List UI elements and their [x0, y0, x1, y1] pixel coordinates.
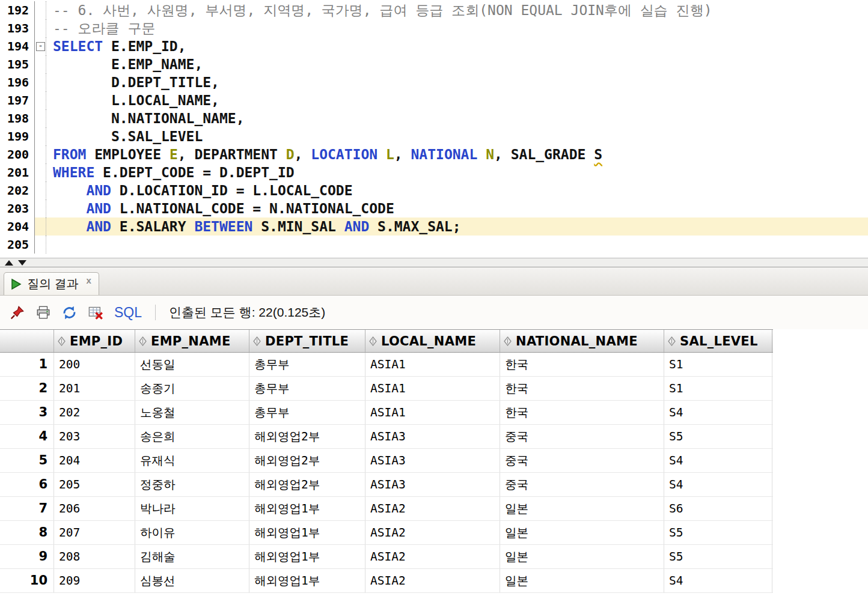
data-cell[interactable]: 일본 [500, 545, 664, 568]
data-cell[interactable]: 207 [54, 521, 135, 544]
data-cell[interactable]: 심봉선 [135, 569, 249, 592]
data-cell[interactable]: 205 [54, 473, 135, 496]
data-cell[interactable]: 하이유 [135, 521, 249, 544]
data-cell[interactable]: 총무부 [249, 353, 365, 376]
table-row[interactable]: 6205정중하해외영업2부ASIA3중국S4 [0, 473, 773, 497]
data-cell[interactable]: 총무부 [249, 377, 365, 400]
table-row[interactable]: 2201송종기총무부ASIA1한국S1 [0, 377, 773, 401]
row-number-cell[interactable]: 9 [0, 545, 54, 568]
column-header-dept_title[interactable]: DEPT_TITLE [249, 330, 365, 352]
data-cell[interactable]: S1 [664, 377, 772, 400]
row-number-cell[interactable]: 8 [0, 521, 54, 544]
data-cell[interactable]: 총무부 [249, 401, 365, 424]
data-cell[interactable]: 해외영업1부 [249, 497, 365, 520]
column-header-sal_level[interactable]: SAL_LEVEL [664, 330, 772, 352]
editor-line[interactable]: 200FROM EMPLOYEE E, DEPARTMENT D, LOCATI… [0, 145, 868, 163]
editor-line[interactable]: 199 S.SAL_LEVEL [0, 127, 868, 145]
splitter-up-icon[interactable] [5, 260, 13, 266]
data-cell[interactable]: ASIA2 [365, 521, 500, 544]
data-cell[interactable]: ASIA2 [365, 497, 500, 520]
editor-line[interactable]: 193-- 오라클 구문 [0, 19, 868, 37]
pane-splitter[interactable] [0, 258, 868, 267]
data-cell[interactable]: S4 [664, 449, 772, 472]
data-cell[interactable]: 206 [54, 497, 135, 520]
data-cell[interactable]: S5 [664, 425, 772, 448]
row-number-cell[interactable]: 4 [0, 425, 54, 448]
editor-line[interactable]: 205 [0, 236, 868, 254]
data-cell[interactable]: 한국 [500, 401, 664, 424]
data-cell[interactable]: 208 [54, 545, 135, 568]
data-cell[interactable]: ASIA2 [365, 545, 500, 568]
data-cell[interactable]: 일본 [500, 521, 664, 544]
data-cell[interactable]: 203 [54, 425, 135, 448]
tab-query-result[interactable]: 질의 결과 x [4, 272, 99, 295]
data-cell[interactable]: 송은희 [135, 425, 249, 448]
table-row[interactable]: 7206박나라해외영업1부ASIA2일본S6 [0, 497, 773, 521]
editor-line[interactable]: 203 AND L.NATIONAL_CODE = N.NATIONAL_COD… [0, 199, 868, 217]
editor-current-line[interactable]: 204 AND E.SALARY BETWEEN S.MIN_SAL AND S… [0, 217, 868, 236]
data-cell[interactable]: ASIA1 [365, 353, 500, 376]
grid-corner-header[interactable] [0, 330, 54, 352]
result-grid[interactable]: EMP_IDEMP_NAMEDEPT_TITLELOCAL_NAMENATION… [0, 329, 868, 596]
table-row[interactable]: 4203송은희해외영업2부ASIA3중국S5 [0, 425, 773, 449]
table-row[interactable]: 8207하이유해외영업1부ASIA2일본S5 [0, 521, 773, 545]
splitter-down-icon[interactable] [18, 260, 26, 266]
data-cell[interactable]: ASIA3 [365, 425, 500, 448]
data-cell[interactable]: 중국 [500, 425, 664, 448]
data-cell[interactable]: S5 [664, 545, 772, 568]
editor-line[interactable]: 192-- 6. 사번, 사원명, 부서명, 지역명, 국가명, 급여 등급 조… [0, 1, 868, 19]
data-cell[interactable]: S1 [664, 353, 772, 376]
column-header-emp_id[interactable]: EMP_ID [54, 330, 135, 352]
tab-close-icon[interactable]: x [87, 275, 91, 285]
column-header-national_name[interactable]: NATIONAL_NAME [500, 330, 664, 352]
column-header-local_name[interactable]: LOCAL_NAME [365, 330, 500, 352]
editor-line[interactable]: 194-SELECT E.EMP_ID, [0, 37, 868, 55]
code-fold-collapse-icon[interactable]: - [36, 42, 45, 51]
data-cell[interactable]: 김해술 [135, 545, 249, 568]
data-cell[interactable]: 해외영업2부 [249, 449, 365, 472]
data-cell[interactable]: ASIA2 [365, 569, 500, 592]
editor-line[interactable]: 201WHERE E.DEPT_CODE = D.DEPT_ID [0, 163, 868, 181]
data-cell[interactable]: 한국 [500, 377, 664, 400]
table-row[interactable]: 5204유재식해외영업2부ASIA3중국S4 [0, 449, 773, 473]
data-cell[interactable]: S4 [664, 401, 772, 424]
data-cell[interactable]: ASIA3 [365, 473, 500, 496]
data-cell[interactable]: S6 [664, 497, 772, 520]
row-number-cell[interactable]: 3 [0, 401, 54, 424]
data-cell[interactable]: 해외영업1부 [249, 545, 365, 568]
table-row[interactable]: 10209심봉선해외영업1부ASIA2일본S4 [0, 569, 773, 593]
editor-line[interactable]: 196 D.DEPT_TITLE, [0, 73, 868, 91]
data-cell[interactable]: 일본 [500, 569, 664, 592]
data-cell[interactable]: 일본 [500, 497, 664, 520]
data-cell[interactable]: ASIA1 [365, 401, 500, 424]
code-editor[interactable]: 192-- 6. 사번, 사원명, 부서명, 지역명, 국가명, 급여 등급 조… [0, 0, 868, 258]
data-cell[interactable]: ASIA3 [365, 449, 500, 472]
row-number-cell[interactable]: 7 [0, 497, 54, 520]
editor-line[interactable]: 198 N.NATIONAL_NAME, [0, 109, 868, 127]
data-cell[interactable]: 201 [54, 377, 135, 400]
print-icon[interactable] [34, 303, 52, 321]
row-number-cell[interactable]: 2 [0, 377, 54, 400]
data-cell[interactable]: 해외영업2부 [249, 425, 365, 448]
row-number-cell[interactable]: 10 [0, 569, 54, 592]
refresh-icon[interactable] [60, 303, 78, 321]
column-header-emp_name[interactable]: EMP_NAME [135, 330, 249, 352]
data-cell[interactable]: 해외영업2부 [249, 473, 365, 496]
data-cell[interactable]: 중국 [500, 473, 664, 496]
data-cell[interactable]: S4 [664, 473, 772, 496]
data-cell[interactable]: S5 [664, 521, 772, 544]
data-cell[interactable]: 유재식 [135, 449, 249, 472]
editor-line[interactable]: 202 AND D.LOCATION_ID = L.LOCAL_CODE [0, 181, 868, 199]
data-cell[interactable]: 선동일 [135, 353, 249, 376]
data-cell[interactable]: S4 [664, 569, 772, 592]
data-cell[interactable]: 해외영업1부 [249, 569, 365, 592]
data-cell[interactable]: 해외영업1부 [249, 521, 365, 544]
pin-icon[interactable] [8, 303, 26, 321]
data-cell[interactable]: 송종기 [135, 377, 249, 400]
data-cell[interactable]: 한국 [500, 353, 664, 376]
sql-link[interactable]: SQL [114, 305, 142, 321]
row-number-cell[interactable]: 1 [0, 353, 54, 376]
table-row[interactable]: 1200선동일총무부ASIA1한국S1 [0, 353, 773, 377]
row-number-cell[interactable]: 6 [0, 473, 54, 496]
data-cell[interactable]: 202 [54, 401, 135, 424]
